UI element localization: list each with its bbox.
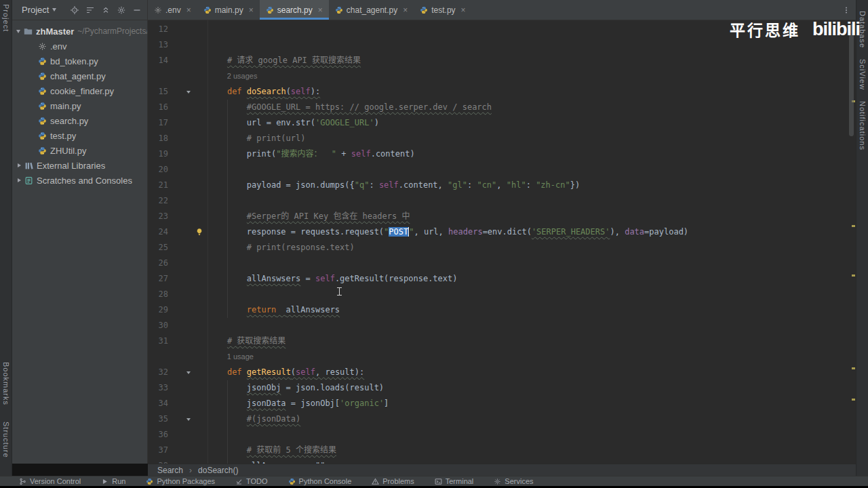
code-line[interactable] [208,193,856,209]
code-line[interactable]: # print(response.text) [208,240,856,256]
code-line[interactable] [208,287,856,302]
tree-item-search-py[interactable]: search.py [12,113,147,128]
collapse-all-icon[interactable] [101,5,111,15]
close-icon[interactable]: × [186,5,191,15]
gutter[interactable]: 33 [148,380,208,396]
status-python-packages[interactable]: Python Packages [146,477,215,485]
gutter[interactable]: 23 [148,209,208,224]
status-services[interactable]: Services [494,477,533,485]
code-line[interactable]: def getResult(self, result): [208,365,856,380]
bulb-icon[interactable] [195,228,203,236]
tree-root[interactable]: zhMaster ~/PycharmProjects/z [12,24,147,39]
close-icon[interactable]: × [461,5,466,15]
tab-chat_agent-py[interactable]: chat_agent.py× [329,0,414,20]
status-python-console[interactable]: Python Console [288,477,352,485]
chevron-down-icon[interactable] [16,30,20,33]
status-terminal[interactable]: Terminal [435,477,474,485]
usages-inlay[interactable]: 1 usage [208,349,856,365]
gutter[interactable]: 34 [148,396,208,411]
status-problems[interactable]: Problems [372,477,414,485]
gutter[interactable]: 13 [148,37,208,53]
tree-item-chat_agent-py[interactable]: chat_agent.py [12,68,147,83]
code-line[interactable]: # print(url) [208,131,856,146]
gutter[interactable]: 12 [148,22,208,37]
gutter[interactable]: 35 [148,411,208,427]
gutter[interactable]: 21 [148,178,208,193]
fold-arrow-icon[interactable] [186,371,191,374]
panel-title[interactable]: Project [22,5,49,15]
tool-button-structure[interactable]: Structure [2,422,10,458]
tree-item-bd_token-py[interactable]: bd_token.py [12,54,147,68]
settings-icon[interactable] [117,5,126,15]
gutter[interactable]: 20 [148,162,208,178]
code-line[interactable] [208,427,856,443]
code-line[interactable]: return allAnswsers [208,302,856,318]
code-line[interactable] [208,318,856,333]
code-line[interactable]: #Serper的 API Key 包含在 headers 中 [208,209,856,224]
breadcrumb-class[interactable]: Search [157,466,183,475]
tool-button-bookmarks[interactable]: Bookmarks [2,362,10,405]
gutter[interactable]: 27 [148,271,208,287]
hide-icon[interactable] [132,5,142,15]
code-line[interactable]: url = env.str('GOOGLE_URL') [208,115,856,131]
code-line[interactable]: allAnswsers = self.getResult(response.te… [208,271,856,287]
tree-node-external-libraries[interactable]: External Libraries [12,158,147,173]
fold-arrow-icon[interactable] [186,91,191,94]
gutter[interactable]: 30 [148,318,208,333]
gutter[interactable]: 24 [148,224,208,240]
tab-search-py[interactable]: search.py× [260,0,329,20]
tree-item--env[interactable]: .env [12,39,147,54]
editor-scrollbar[interactable] [849,24,854,136]
tool-button-project[interactable]: Project [2,4,10,32]
tree-item-ZHUtil-py[interactable]: ZHUtil.py [12,143,147,158]
breadcrumb-method[interactable]: doSearch() [198,466,238,475]
usages-inlay[interactable]: 2 usages [208,68,856,84]
close-icon[interactable]: × [318,5,323,15]
sort-icon[interactable] [85,5,95,15]
status-run[interactable]: Run [101,477,125,485]
fold-arrow-icon[interactable] [186,418,191,421]
gutter[interactable]: 25 [148,240,208,256]
tab-test-py[interactable]: test.py× [414,0,471,20]
tab-main-py[interactable]: main.py× [197,0,260,20]
code-line[interactable]: allAnswsers = "" [208,458,856,464]
gutter[interactable]: 36 [148,427,208,443]
gutter[interactable]: 31 [148,333,208,349]
gutter[interactable]: 18 [148,131,208,146]
close-icon[interactable]: × [249,5,254,15]
gutter[interactable]: 38 [148,458,208,464]
locate-icon[interactable] [70,5,79,15]
close-icon[interactable]: × [403,5,408,15]
gutter[interactable]: 19 [148,146,208,162]
code-line[interactable]: #(jsonData) [208,411,856,427]
code-line[interactable]: def doSearch(self): [208,84,856,100]
code-line[interactable]: # 获取搜索结果 [208,333,856,349]
code-line[interactable]: jsonObj = json.loads(result) [208,380,856,396]
gutter[interactable]: 32 [148,365,208,380]
tab--env[interactable]: .env× [148,0,197,20]
code-line[interactable]: print("搜索内容： " + self.content) [208,146,856,162]
editor[interactable]: 121314 # 请求 google API 获取搜索结果2 usages15 … [148,20,856,464]
gutter[interactable]: 16 [148,100,208,115]
code-line[interactable] [208,256,856,271]
gutter[interactable]: 15 [148,84,208,100]
code-line[interactable] [208,162,856,178]
code-line[interactable]: payload = json.dumps({"q": self.content,… [208,178,856,193]
code-line[interactable]: # 请求 google API 获取搜索结果 [208,53,856,68]
tree-item-cookie_finder-py[interactable]: cookie_finder.py [12,83,147,98]
tool-button-notifications[interactable]: Notifications [859,101,867,150]
chevron-down-icon[interactable] [52,8,56,12]
gutter[interactable]: 26 [148,256,208,271]
tree-node-scratches-and-consoles[interactable]: Scratches and Consoles [12,173,147,188]
gutter[interactable]: 29 [148,302,208,318]
chevron-right-icon[interactable] [18,163,21,167]
more-options-icon[interactable] [842,6,850,14]
gutter[interactable]: 22 [148,193,208,209]
chevron-right-icon[interactable] [18,178,21,182]
tree-item-main-py[interactable]: main.py [12,98,147,113]
gutter[interactable] [148,68,208,84]
status-todo[interactable]: TODO [235,477,268,485]
code-line[interactable]: jsonData = jsonObj['organic'] [208,396,856,411]
status-version-control[interactable]: Version Control [19,477,81,485]
gutter[interactable]: 28 [148,287,208,302]
